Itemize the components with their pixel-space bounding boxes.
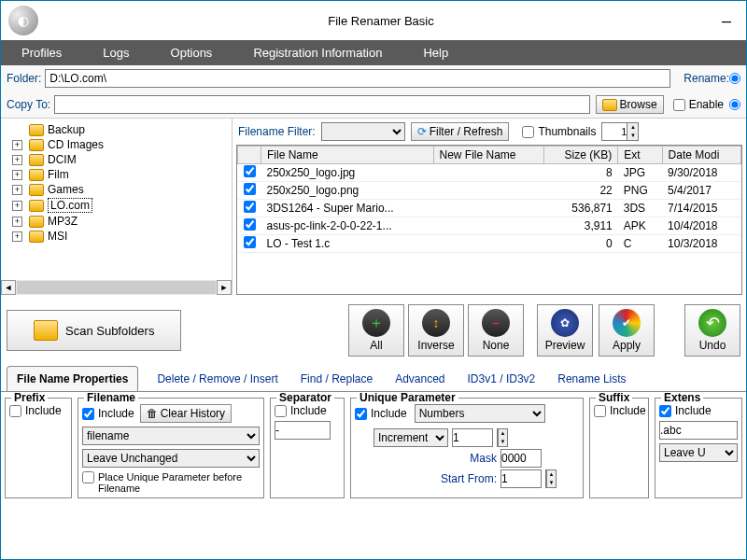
thumbnails-checkbox[interactable] (522, 126, 534, 138)
startfrom-input[interactable] (500, 469, 542, 488)
thumbnail-count-spinner[interactable]: ▲▼ (601, 122, 639, 141)
menu-registration[interactable]: Registration Information (233, 46, 402, 60)
mask-label: Mask (470, 452, 497, 465)
apply-button[interactable]: ✔Apply (599, 304, 655, 357)
trash-icon: 🗑 (147, 407, 158, 420)
filename-source-combo[interactable]: filename (82, 427, 260, 445)
clear-history-button[interactable]: 🗑Clear History (140, 404, 232, 423)
tree-item[interactable]: +DCIM (29, 152, 232, 167)
col-date[interactable]: Date Modi (662, 147, 740, 164)
unique-type-combo[interactable]: Numbers (415, 404, 545, 423)
ext-value[interactable] (659, 421, 738, 440)
tab-filename-props[interactable]: File Name Properties (7, 366, 138, 391)
rename-label: Rename: (684, 72, 729, 85)
tree-item[interactable]: +Games (29, 182, 232, 197)
tree-item[interactable]: +CD Images (29, 137, 232, 152)
prefix-include[interactable] (9, 405, 21, 417)
separator-input[interactable] (275, 421, 331, 440)
select-none-icon: － (482, 309, 510, 337)
preview-button[interactable]: ✿Preview (537, 304, 593, 357)
table-row[interactable]: 250x250_logo.jpg8JPG9/30/2018 (238, 164, 741, 182)
unique-param-group: Unique Parameter Include Numbers Increme… (350, 398, 584, 498)
minimize-button[interactable]: – (714, 11, 739, 31)
filter-combo[interactable] (321, 122, 405, 141)
tab-delete[interactable]: Delete / Remove / Insert (153, 367, 281, 391)
app-icon: ◐ (8, 6, 38, 35)
file-grid[interactable]: File Name New File Name Size (KB) Ext Da… (236, 145, 742, 295)
ext-include[interactable] (659, 405, 671, 417)
col-newname[interactable]: New File Name (433, 147, 543, 164)
rename-radio[interactable] (729, 73, 740, 84)
refresh-icon: ⟳ (417, 125, 427, 138)
undo-button[interactable]: ↶Undo (684, 304, 740, 357)
table-row[interactable]: 250x250_logo.png22PNG5/4/2017 (238, 182, 741, 200)
spin-up-icon[interactable]: ▲ (627, 123, 638, 132)
filename-include[interactable] (82, 408, 94, 420)
row-checkbox[interactable] (244, 201, 256, 213)
menu-options[interactable]: Options (150, 46, 233, 60)
table-row[interactable]: asus-pc-link-2-0-0-22-1...3,911APK10/4/2… (238, 217, 741, 235)
expander-icon[interactable]: + (12, 170, 22, 180)
scroll-left-icon[interactable]: ◄ (1, 280, 16, 295)
folder-icon (29, 216, 44, 228)
tab-id3[interactable]: ID3v1 / ID3v2 (464, 367, 540, 391)
select-inverse-button[interactable]: ↕Inverse (408, 304, 464, 357)
copy-radio[interactable] (729, 99, 740, 110)
table-row[interactable]: 3DS1264 - Super Mario...536,8713DS7/14/2… (238, 200, 741, 217)
select-all-button[interactable]: ＋All (348, 304, 404, 357)
tab-advanced[interactable]: Advanced (391, 367, 448, 391)
expander-icon[interactable]: + (12, 185, 22, 195)
expander-icon[interactable]: + (12, 140, 22, 150)
menu-help[interactable]: Help (402, 46, 469, 60)
expander-icon[interactable]: + (12, 231, 22, 242)
expander-icon[interactable]: + (12, 201, 22, 211)
col-size[interactable]: Size (KB) (543, 147, 617, 164)
col-filename[interactable]: File Name (261, 147, 434, 164)
tree-item[interactable]: Backup (29, 122, 232, 137)
separator-group: Separator Include (270, 398, 345, 498)
ext-case-combo[interactable]: Leave U (659, 443, 738, 462)
folder-tree[interactable]: Backup+CD Images+DCIM+Film+Games+LO.com+… (1, 119, 233, 295)
property-tabs: File Name Properties Delete / Remove / I… (1, 366, 746, 392)
row-checkbox[interactable] (244, 165, 256, 177)
expander-icon[interactable]: + (12, 155, 22, 165)
enable-checkbox[interactable] (673, 99, 685, 111)
filename-group: Filename Include 🗑Clear History filename… (78, 398, 264, 498)
tree-item[interactable]: +LO.com (29, 197, 232, 214)
suffix-include[interactable] (594, 405, 606, 417)
menu-profiles[interactable]: Profiles (1, 46, 82, 60)
row-checkbox[interactable] (244, 218, 256, 231)
select-none-button[interactable]: －None (468, 304, 524, 357)
row-checkbox[interactable] (244, 236, 256, 248)
tab-find[interactable]: Find / Replace (297, 367, 376, 391)
filter-refresh-button[interactable]: ⟳ Filter / Refresh (411, 122, 510, 141)
tab-rename-lists[interactable]: Rename Lists (554, 367, 629, 391)
table-row[interactable]: LO - Test 1.c0C10/3/2018 (238, 235, 741, 253)
copyto-label: Copy To: (7, 98, 50, 111)
undo-icon: ↶ (698, 309, 726, 337)
tree-item[interactable]: +Film (29, 167, 232, 182)
row-checkbox[interactable] (244, 183, 256, 195)
select-all-icon: ＋ (362, 309, 390, 337)
expander-icon[interactable]: + (12, 217, 22, 227)
col-ext[interactable]: Ext (618, 147, 662, 164)
tree-item[interactable]: +MSI (29, 229, 232, 244)
scroll-right-icon[interactable]: ► (217, 280, 232, 295)
mask-input[interactable] (500, 449, 542, 468)
increment-value[interactable] (452, 428, 493, 447)
scan-subfolders-button[interactable]: Scan Subfolders (7, 310, 181, 351)
folder-open-icon (602, 99, 617, 111)
spin-down-icon[interactable]: ▼ (627, 132, 638, 140)
folder-path-input[interactable] (45, 69, 670, 88)
tree-scrollbar[interactable]: ◄ ► (1, 280, 232, 295)
browse-button[interactable]: Browse (596, 95, 664, 114)
unique-mode-combo[interactable]: Increment (374, 428, 448, 447)
place-unique-before[interactable] (82, 471, 94, 483)
copyto-input[interactable] (54, 95, 589, 114)
filename-case-combo[interactable]: Leave Unchanged (82, 449, 260, 468)
separator-include[interactable] (275, 405, 287, 417)
unique-include[interactable] (355, 408, 367, 420)
folder-icon (29, 139, 44, 151)
menu-logs[interactable]: Logs (82, 46, 149, 60)
tree-item[interactable]: +MP3Z (29, 214, 232, 229)
